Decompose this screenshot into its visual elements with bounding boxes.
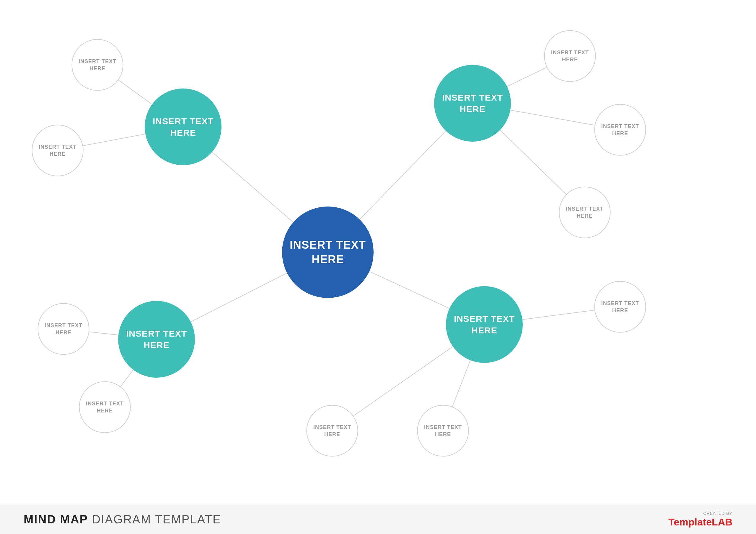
node-label: INSERT TEXT HERE bbox=[72, 58, 123, 72]
node-label: INSERT TEXT HERE bbox=[434, 92, 511, 115]
node-label: INSERT TEXT HERE bbox=[80, 400, 130, 414]
brand-created-label: CREATED BY bbox=[703, 511, 732, 516]
node-label: INSERT TEXT HERE bbox=[418, 424, 468, 438]
footer-title-bold: MIND MAP bbox=[24, 513, 88, 526]
node-secondary: INSERT TEXT HERE bbox=[544, 30, 596, 82]
node-center: INSERT TEXT HERE bbox=[282, 207, 374, 298]
node-secondary: INSERT TEXT HERE bbox=[417, 405, 469, 457]
node-secondary: INSERT TEXT HERE bbox=[594, 281, 646, 333]
node-label: INSERT TEXT HERE bbox=[39, 322, 89, 336]
node-label: INSERT TEXT HERE bbox=[145, 115, 222, 139]
node-secondary: INSERT TEXT HERE bbox=[72, 39, 123, 91]
node-secondary: INSERT TEXT HERE bbox=[32, 125, 84, 176]
node-label: INSERT TEXT HERE bbox=[595, 123, 646, 137]
node-primary: INSERT TEXT HERE bbox=[145, 89, 222, 165]
node-label: INSERT TEXT HERE bbox=[33, 144, 83, 158]
node-label: INSERT TEXT HERE bbox=[446, 313, 523, 336]
diagram-container: INSERT TEXT HEREINSERT TEXT HEREINSERT T… bbox=[0, 0, 756, 504]
node-primary: INSERT TEXT HERE bbox=[118, 301, 195, 378]
brand-name-bold: LAB bbox=[712, 516, 732, 527]
footer-title-light: DIAGRAM TEMPLATE bbox=[92, 513, 221, 526]
node-label: INSERT TEXT HERE bbox=[560, 206, 610, 219]
node-label: INSERT TEXT HERE bbox=[545, 49, 595, 63]
node-label: INSERT TEXT HERE bbox=[307, 424, 358, 438]
node-secondary: INSERT TEXT HERE bbox=[307, 405, 358, 457]
brand-name: TemplateLAB bbox=[668, 516, 732, 528]
node-label: INSERT TEXT HERE bbox=[282, 238, 374, 267]
node-primary: INSERT TEXT HERE bbox=[434, 65, 511, 141]
node-secondary: INSERT TEXT HERE bbox=[79, 381, 131, 433]
node-primary: INSERT TEXT HERE bbox=[446, 286, 523, 363]
footer-title: MIND MAP DIAGRAM TEMPLATE bbox=[24, 513, 221, 526]
node-secondary: INSERT TEXT HERE bbox=[38, 303, 90, 355]
node-label: INSERT TEXT HERE bbox=[595, 300, 646, 314]
brand-name-light: Template bbox=[668, 516, 712, 527]
node-secondary: INSERT TEXT HERE bbox=[559, 187, 611, 239]
node-secondary: INSERT TEXT HERE bbox=[594, 104, 646, 156]
brand: CREATED BY TemplateLAB bbox=[668, 511, 732, 528]
footer: MIND MAP DIAGRAM TEMPLATE CREATED BY Tem… bbox=[0, 504, 756, 534]
node-label: INSERT TEXT HERE bbox=[118, 328, 195, 351]
